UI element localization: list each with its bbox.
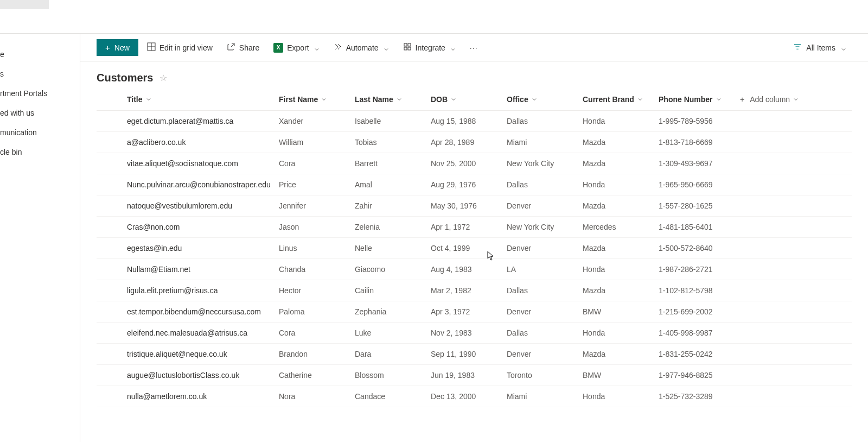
chevron-down-icon [146, 95, 151, 104]
table-row[interactable]: vitae.aliquet@sociisnatoque.comCoraBarre… [97, 153, 852, 174]
cell-first_name: Linus [279, 238, 355, 259]
integrate-button[interactable]: Integrate [398, 39, 461, 56]
table-row[interactable]: augue@luctuslobortisClass.co.ukCatherine… [97, 365, 852, 386]
cell-first_name: Hector [279, 280, 355, 301]
table-row[interactable]: tristique.aliquet@neque.co.ukBrandonDara… [97, 344, 852, 365]
main-content: + New Edit in grid view Share X Export [80, 34, 868, 442]
window-stub [0, 0, 49, 9]
automate-label: Automate [346, 43, 379, 52]
row-selector[interactable] [97, 238, 127, 259]
cell-title: ligula.elit.pretium@risus.ca [127, 280, 279, 301]
add-column-label: Add column [750, 95, 790, 104]
cell-title: Nullam@Etiam.net [127, 259, 279, 280]
table-row[interactable]: natoque@vestibulumlorem.eduJenniferZahir… [97, 195, 852, 217]
list-header: Customers ☆ [80, 62, 868, 89]
cell-phone: 1-813-718-6669 [659, 132, 740, 153]
add-column-button[interactable]: +Add column [740, 89, 852, 111]
table-row[interactable]: ligula.elit.pretium@risus.caHectorCailin… [97, 280, 852, 301]
row-selector[interactable] [97, 174, 127, 195]
cell-phone: 1-405-998-9987 [659, 323, 740, 344]
column-header-first_name[interactable]: First Name [279, 89, 355, 111]
cell-empty [740, 323, 852, 344]
row-selector[interactable] [97, 195, 127, 217]
row-selector[interactable] [97, 301, 127, 323]
view-switcher[interactable]: All Items [788, 40, 852, 55]
more-actions-button[interactable]: ··· [464, 40, 483, 55]
table-row[interactable]: eleifend.nec.malesuada@atrisus.caCoraLuk… [97, 323, 852, 344]
sidebar-item[interactable]: cle bin [0, 142, 80, 162]
sidebar-item[interactable]: rtment Portals [0, 84, 80, 103]
new-button[interactable]: + New [97, 39, 138, 56]
favorite-star-icon[interactable]: ☆ [159, 73, 167, 83]
column-header-last_name[interactable]: Last Name [355, 89, 431, 111]
excel-icon: X [273, 43, 283, 53]
cell-dob: May 30, 1976 [431, 195, 507, 217]
table-row[interactable]: egestas@in.eduLinusNelleOct 4, 1999Denve… [97, 238, 852, 259]
cell-phone: 1-102-812-5798 [659, 280, 740, 301]
automate-button[interactable]: Automate [328, 39, 394, 56]
row-selector[interactable] [97, 217, 127, 238]
table-row[interactable]: est.tempor.bibendum@neccursusa.comPaloma… [97, 301, 852, 323]
chevron-down-icon [716, 95, 722, 104]
column-header-phone[interactable]: Phone Number [659, 89, 740, 111]
cell-dob: Mar 2, 1982 [431, 280, 507, 301]
chevron-down-icon [451, 95, 456, 104]
row-selector[interactable] [97, 386, 127, 407]
cell-brand: Honda [583, 111, 659, 132]
row-selector[interactable] [97, 323, 127, 344]
table-row[interactable]: eget.dictum.placerat@mattis.caXanderIsab… [97, 111, 852, 132]
select-all-header[interactable] [97, 89, 127, 111]
sidebar-item[interactable]: munication [0, 123, 80, 142]
column-header-brand[interactable]: Current Brand [583, 89, 659, 111]
column-header-title[interactable]: Title [127, 89, 279, 111]
table-row[interactable]: a@aclibero.co.ukWilliamTobiasApr 28, 198… [97, 132, 852, 153]
table-row[interactable]: Nullam@Etiam.netChandaGiacomoAug 4, 1983… [97, 259, 852, 280]
svg-rect-5 [404, 47, 407, 50]
table-row[interactable]: Cras@non.comJasonZeleniaApr 1, 1972New Y… [97, 217, 852, 238]
cell-title: Cras@non.com [127, 217, 279, 238]
edit-grid-button[interactable]: Edit in grid view [142, 39, 218, 56]
table-row[interactable]: nulla@ametlorem.co.ukNoraCandaceDec 13, … [97, 386, 852, 407]
data-table: TitleFirst NameLast NameDOBOfficeCurrent… [97, 89, 852, 407]
export-button[interactable]: X Export [268, 40, 324, 56]
row-selector[interactable] [97, 344, 127, 365]
cell-dob: Oct 4, 1999 [431, 238, 507, 259]
cell-brand: Mercedes [583, 217, 659, 238]
row-selector[interactable] [97, 132, 127, 153]
cell-office: Denver [507, 344, 583, 365]
edit-grid-label: Edit in grid view [159, 43, 213, 52]
cell-office: Dallas [507, 111, 583, 132]
sidebar-item[interactable]: e [0, 45, 80, 64]
row-selector[interactable] [97, 365, 127, 386]
table-row[interactable]: Nunc.pulvinar.arcu@conubianostraper.eduP… [97, 174, 852, 195]
cell-empty [740, 386, 852, 407]
cell-title: nulla@ametlorem.co.uk [127, 386, 279, 407]
cell-dob: Apr 1, 1972 [431, 217, 507, 238]
column-label: Current Brand [583, 95, 634, 104]
row-selector[interactable] [97, 111, 127, 132]
cell-phone: 1-215-699-2002 [659, 301, 740, 323]
cell-brand: Mazda [583, 344, 659, 365]
row-selector[interactable] [97, 280, 127, 301]
column-label: First Name [279, 95, 318, 104]
cell-first_name: Jason [279, 217, 355, 238]
cell-title: a@aclibero.co.uk [127, 132, 279, 153]
row-selector[interactable] [97, 259, 127, 280]
sidebar-item[interactable]: s [0, 64, 80, 84]
cell-empty [740, 174, 852, 195]
cell-title: natoque@vestibulumlorem.edu [127, 195, 279, 217]
cell-brand: Mazda [583, 195, 659, 217]
cell-brand: Mazda [583, 153, 659, 174]
column-header-office[interactable]: Office [507, 89, 583, 111]
sidebar-item[interactable]: ed with us [0, 103, 80, 123]
cell-last_name: Isabelle [355, 111, 431, 132]
cell-last_name: Nelle [355, 238, 431, 259]
row-selector[interactable] [97, 153, 127, 174]
cell-brand: Honda [583, 259, 659, 280]
column-header-dob[interactable]: DOB [431, 89, 507, 111]
share-button[interactable]: Share [221, 39, 265, 56]
cell-dob: Sep 11, 1990 [431, 344, 507, 365]
cell-last_name: Giacomo [355, 259, 431, 280]
cell-empty [740, 259, 852, 280]
cell-title: eleifend.nec.malesuada@atrisus.ca [127, 323, 279, 344]
